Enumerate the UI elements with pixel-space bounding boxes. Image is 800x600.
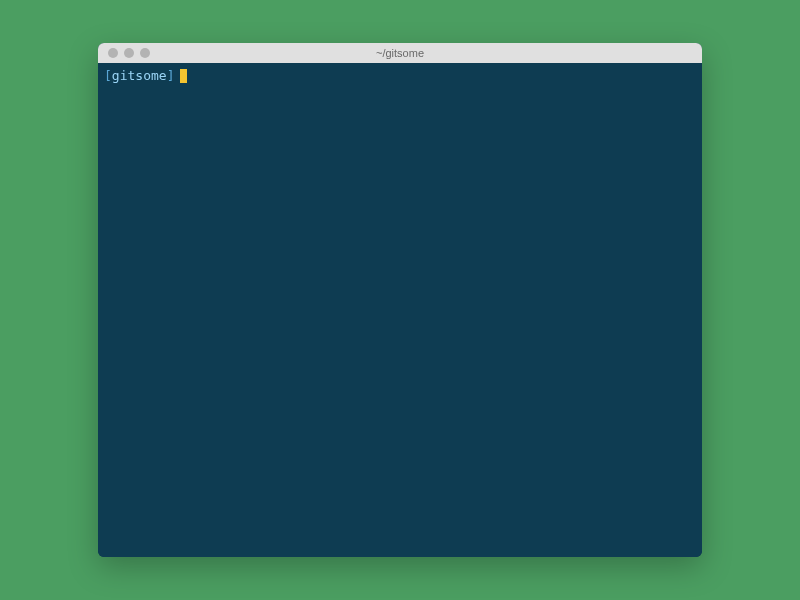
prompt-line: [gitsome]: [104, 67, 696, 85]
prompt-close-bracket: ]: [167, 67, 175, 85]
window-title: ~/gitsome: [98, 47, 702, 59]
traffic-lights: [108, 48, 150, 58]
prompt-open-bracket: [: [104, 67, 112, 85]
close-icon[interactable]: [108, 48, 118, 58]
cursor-icon: [180, 69, 187, 83]
minimize-icon[interactable]: [124, 48, 134, 58]
terminal-body[interactable]: [gitsome]: [98, 63, 702, 557]
titlebar[interactable]: ~/gitsome: [98, 43, 702, 63]
maximize-icon[interactable]: [140, 48, 150, 58]
terminal-window: ~/gitsome [gitsome]: [98, 43, 702, 557]
prompt-name: gitsome: [112, 67, 167, 85]
